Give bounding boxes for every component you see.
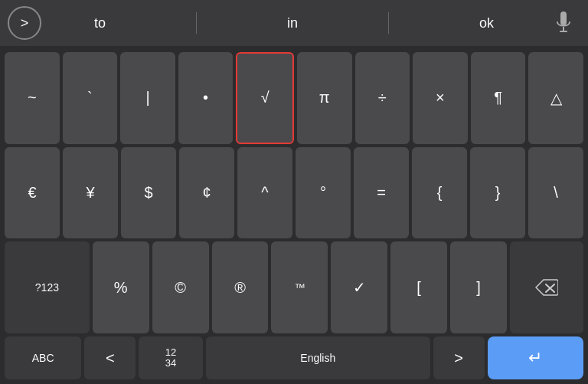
key-greater-than[interactable]: > [433, 336, 485, 379]
key-abc[interactable]: ABC [5, 336, 81, 379]
key-copyright[interactable]: © [152, 241, 209, 333]
key-pilcrow[interactable]: ¶ [471, 52, 526, 144]
divider-2 [388, 12, 389, 34]
divider-1 [196, 12, 197, 34]
key-open-bracket[interactable]: [ [390, 241, 447, 333]
key-equals[interactable]: = [354, 147, 409, 239]
key-yen[interactable]: ¥ [63, 147, 118, 239]
key-euro[interactable]: € [5, 147, 60, 239]
key-dollar[interactable]: $ [121, 147, 176, 239]
key-caret[interactable]: ^ [237, 147, 292, 239]
suggestion-bar: > to in ok [0, 0, 588, 46]
key-bullet[interactable]: • [178, 52, 234, 144]
key-pi[interactable]: π [297, 52, 352, 144]
key-backtick[interactable]: ` [63, 52, 118, 144]
chevron-right-icon: > [21, 15, 29, 31]
key-enter[interactable]: ↵ [488, 336, 583, 379]
key-numbers-grid[interactable]: 12 34 [139, 336, 203, 379]
keyboard: ~ ` | • √ π ÷ × ¶ △ € ¥ $ ¢ ^ ° = { } \ … [0, 46, 588, 384]
key-registered[interactable]: ® [212, 241, 269, 333]
expand-suggestions-button[interactable]: > [8, 6, 41, 40]
suggestion-word-1[interactable]: to [79, 15, 121, 31]
key-row-4: ABC < 12 34 English > ↵ [5, 336, 583, 379]
key-backslash[interactable]: \ [528, 147, 583, 239]
backspace-icon [535, 279, 558, 296]
enter-arrow-icon: ↵ [528, 348, 542, 368]
key-space[interactable]: English [206, 336, 430, 379]
key-less-than[interactable]: < [84, 336, 136, 379]
key-close-bracket[interactable]: ] [450, 241, 507, 333]
key-tilde[interactable]: ~ [5, 52, 60, 144]
key-open-brace[interactable]: { [412, 147, 467, 239]
key-pipe[interactable]: | [120, 52, 175, 144]
key-row-2: € ¥ $ ¢ ^ ° = { } \ [5, 147, 583, 239]
key-degree[interactable]: ° [296, 147, 351, 239]
key-divide[interactable]: ÷ [355, 52, 410, 144]
key-close-brace[interactable]: } [470, 147, 525, 239]
key-delta[interactable]: △ [528, 52, 583, 144]
microphone-button[interactable] [547, 6, 580, 40]
key-multiply[interactable]: × [413, 52, 468, 144]
suggestion-word-3[interactable]: ok [464, 15, 509, 31]
suggestion-words: to in ok [41, 12, 547, 34]
key-row-1: ~ ` | • √ π ÷ × ¶ △ [5, 52, 583, 144]
key-cent[interactable]: ¢ [179, 147, 234, 239]
suggestion-word-2[interactable]: in [272, 15, 313, 31]
key-sqrt[interactable]: √ [236, 52, 294, 144]
key-trademark[interactable]: ™ [271, 241, 328, 333]
key-row-3: ?123 % © ® ™ ✓ [ ] [5, 241, 583, 333]
key-percent[interactable]: % [93, 241, 149, 333]
key-checkmark[interactable]: ✓ [331, 241, 387, 333]
key-numbers-toggle[interactable]: ?123 [5, 241, 90, 333]
svg-rect-0 [560, 11, 567, 25]
backspace-key[interactable] [510, 241, 583, 333]
